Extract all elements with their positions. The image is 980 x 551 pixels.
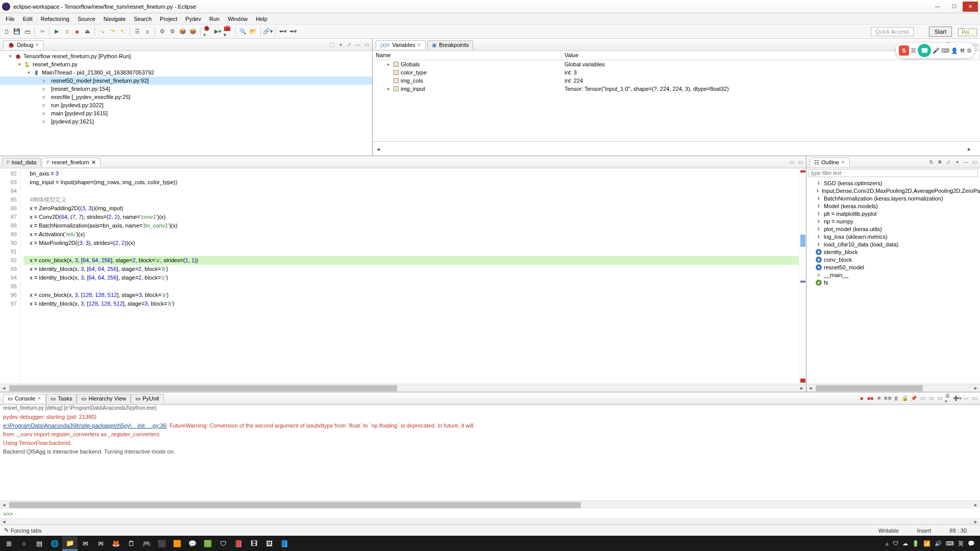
quick-access-input[interactable]: Quick Access xyxy=(871,27,914,36)
taskbar-app[interactable]: 🖼 xyxy=(261,536,277,550)
menu-project[interactable]: Project xyxy=(156,15,181,23)
back-icon[interactable]: ⬅▾ xyxy=(278,27,287,36)
remove-icon[interactable]: ✖ xyxy=(875,395,883,402)
terminate-icon[interactable]: ■ xyxy=(858,395,865,402)
editor-gutter[interactable]: 82838485868788899091929394959697 xyxy=(0,168,20,384)
ime-opt-icon[interactable]: 🛠 xyxy=(960,47,965,54)
taskbar-app[interactable]: 📁 xyxy=(62,536,78,550)
windows-taskbar[interactable]: ⊞○▤🌐📁✉✉🦊🗒🎮⬛🟧💬🟩🛡📕🎞🖼📘 ▵ 🛡 ☁ 🔋 📶 🔊 ⌨ 英 💬 xyxy=(0,536,980,551)
ime-circle-icon[interactable]: ☎ xyxy=(918,44,931,57)
variable-row[interactable]: color_typeint: 3 xyxy=(373,68,980,77)
system-tray[interactable]: ▵ 🛡 ☁ 🔋 📶 🔊 ⌨ 英 💬 xyxy=(881,540,979,547)
outline-item[interactable]: ⬇Input,Dense,Conv2D,MaxPooling2D,Average… xyxy=(806,187,980,194)
outline-tab[interactable]: ☷ Outline ✕ xyxy=(810,158,850,167)
console-tab[interactable]: ▭Hierarchy View xyxy=(77,394,131,403)
outline-item[interactable]: ⬇SGD (keras.optimizers) xyxy=(806,179,980,187)
ext-tools-icon[interactable]: 🧰▾ xyxy=(224,27,233,36)
tray-icon[interactable]: 🔋 xyxy=(912,540,919,547)
console-tab[interactable]: ▭PyUnit xyxy=(131,394,163,403)
stack-frame[interactable]: ▾🧵MainThread - pid_21380_id_163838705379… xyxy=(0,68,372,77)
ime-opt-icon[interactable]: ⚙ xyxy=(967,47,972,54)
ime-float-badge[interactable]: S 英 ☎ 🎤 ⌨ 👤 🛠 ⚙ xyxy=(896,43,975,58)
menu-pydev[interactable]: Pydev xyxy=(182,15,205,23)
stack-frame[interactable]: ≡ [resnet_fineturn.py:154] xyxy=(0,85,372,93)
taskbar-app[interactable]: 🛡 xyxy=(215,536,231,550)
tb-icon[interactable]: 📂 xyxy=(249,27,258,36)
stack-frame[interactable]: ≡execfile [_pydev_execfile.py:25] xyxy=(0,93,372,101)
tb-icon[interactable]: ☰ xyxy=(133,27,142,36)
tray-icon[interactable]: 🔊 xyxy=(935,540,942,547)
vars-rows[interactable]: ▸GlobalsGlobal variablescolor_typeint: 3… xyxy=(373,60,980,93)
tray-icon[interactable]: ▵ xyxy=(886,540,889,547)
editor-tab[interactable]: Presnet_fineturn✕ xyxy=(42,158,100,167)
taskbar-app[interactable]: 🟧 xyxy=(169,536,185,550)
overview-ruler[interactable] xyxy=(799,168,806,384)
editor-code[interactable]: bn_axis = 3 img_input = Input(shape=(img… xyxy=(20,168,799,384)
tb-icon[interactable]: 📦 xyxy=(178,27,187,36)
save-icon[interactable]: 💾 xyxy=(12,27,21,36)
taskbar-app[interactable]: 🗒 xyxy=(124,536,139,550)
run-icon[interactable]: ▶▾ xyxy=(213,27,223,36)
toolbar-icon[interactable]: ▭ xyxy=(788,159,795,166)
outline-item[interactable]: ⬇np = numpy xyxy=(806,217,980,225)
console-output[interactable]: pydev debugger: starting (pid: 21380)e:\… xyxy=(0,412,980,500)
minimize-icon[interactable]: — xyxy=(962,159,969,166)
menu-navigate[interactable]: Navigate xyxy=(100,15,129,23)
run-debug-icon[interactable]: 🐞▾ xyxy=(203,27,212,36)
outline-filter-input[interactable] xyxy=(808,169,978,177)
maximize-icon[interactable]: ▭ xyxy=(971,395,978,402)
taskbar-app[interactable]: 🟩 xyxy=(200,536,215,550)
display-icon[interactable]: 🖥▾ xyxy=(945,395,952,402)
variables-tab[interactable]: (x)= Variables ✕ xyxy=(376,40,426,49)
toolbar-icon[interactable]: ⬚ xyxy=(328,41,335,48)
taskbar-app[interactable]: 🎮 xyxy=(139,536,154,550)
pin-icon[interactable]: 📌 xyxy=(910,395,917,402)
stack-frame[interactable]: ▾🐞Tensorflow resnet_fineturn.py [Python … xyxy=(0,52,372,60)
toolbar-icon[interactable]: ⤢ xyxy=(346,41,353,48)
outline-item[interactable]: ⬇plot_model (keras.utils) xyxy=(806,225,980,233)
outline-item[interactable]: ⬇Model (keras.models) xyxy=(806,202,980,210)
outline-item[interactable]: ●conv_block xyxy=(806,256,980,263)
tray-icon[interactable]: 📶 xyxy=(923,540,930,547)
menu-search[interactable]: Search xyxy=(130,15,155,23)
remove-all-icon[interactable]: ✖✖ xyxy=(884,395,891,402)
maximize-icon[interactable]: ▭ xyxy=(363,41,370,48)
stack-frame[interactable]: ≡run [pydevd.py:1022] xyxy=(0,101,372,109)
ime-opt-icon[interactable]: 👤 xyxy=(951,47,958,54)
debug-skip-icon[interactable]: ⤼ xyxy=(37,27,46,36)
ime-lang[interactable]: 英 xyxy=(911,47,916,55)
close-icon[interactable]: ✕ xyxy=(35,42,39,47)
minimize-button[interactable]: — xyxy=(930,2,945,12)
outline-item[interactable]: ⬇BatchNormalization (keras.layers.normal… xyxy=(806,194,980,202)
ime-opt-icon[interactable]: ⌨ xyxy=(941,47,949,54)
tb-icon[interactable]: ⚙ xyxy=(158,27,167,36)
taskbar-app[interactable]: ▤ xyxy=(32,536,47,550)
close-icon[interactable]: ✕ xyxy=(841,160,845,165)
tb-icon[interactable]: ⚙ xyxy=(168,27,177,36)
tray-icon[interactable]: 💬 xyxy=(968,540,975,547)
taskbar-app[interactable]: 📘 xyxy=(277,536,292,550)
menu-window[interactable]: Window xyxy=(224,15,251,23)
outline-item[interactable]: ●N xyxy=(806,279,980,286)
taskbar-app[interactable]: ⊞ xyxy=(1,536,16,550)
menu-run[interactable]: Run xyxy=(206,15,223,23)
clear-icon[interactable]: 🗑 xyxy=(893,395,900,402)
tb-icon[interactable]: 📦 xyxy=(188,27,198,36)
arrow-left-icon[interactable]: ◂ xyxy=(377,145,385,153)
menu-file[interactable]: File xyxy=(2,15,18,23)
stack-frame[interactable]: ≡main [pydevd.py:1615] xyxy=(0,109,372,117)
resume-icon[interactable]: ▶ xyxy=(52,27,61,36)
maximize-button[interactable]: ☐ xyxy=(946,2,962,12)
outline-hscroll[interactable]: ◂▸ xyxy=(806,384,980,392)
toolbar-icon[interactable]: ▭ xyxy=(797,159,804,166)
menu-help[interactable]: Help xyxy=(252,15,271,23)
terminate-icon[interactable]: ■ xyxy=(72,27,82,36)
maximize-icon[interactable]: ▭ xyxy=(971,159,978,166)
variable-row[interactable]: img_colsint: 224 xyxy=(373,77,980,85)
toolbar-icon[interactable]: ▾ xyxy=(953,159,961,166)
menu-edit[interactable]: Edit xyxy=(19,15,36,23)
debug-tab[interactable]: 🐞 Debug ✕ xyxy=(3,40,44,49)
breakpoints-tab[interactable]: ◉ Breakpoints xyxy=(427,40,473,49)
console-input-hscroll[interactable]: ◂▸ xyxy=(0,518,980,524)
tray-icon[interactable]: 英 xyxy=(958,540,964,547)
